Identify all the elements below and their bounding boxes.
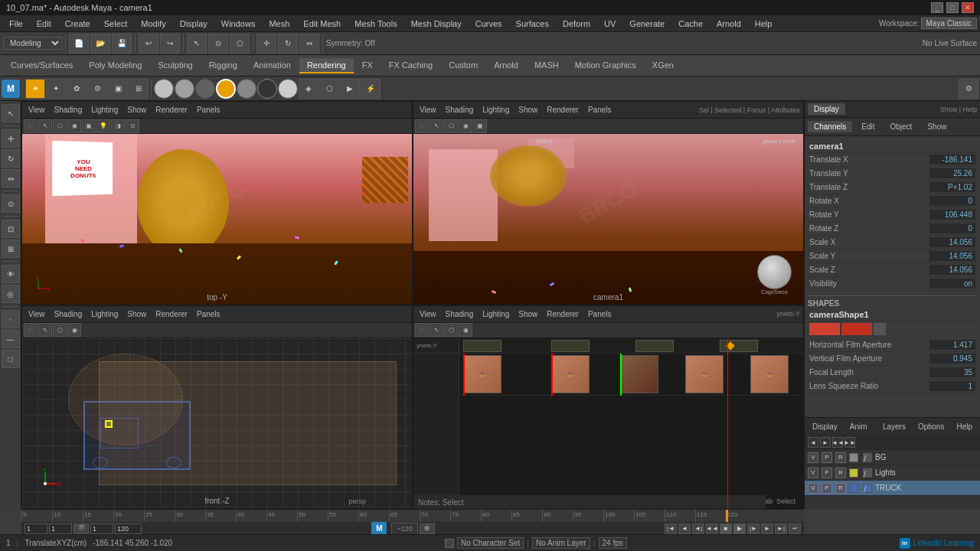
- vp-cam-renderer[interactable]: Renderer: [544, 106, 582, 114]
- translate-x-value[interactable]: -186.141: [929, 155, 975, 165]
- goto-start-btn[interactable]: |◄: [665, 523, 677, 534]
- layer-vis-truck[interactable]: V: [808, 483, 818, 494]
- material-icon[interactable]: ◈: [299, 79, 318, 99]
- tab-object[interactable]: Object: [884, 121, 919, 132]
- vp-side-renderer[interactable]: Renderer: [544, 310, 582, 318]
- tab-edit[interactable]: Edit: [855, 121, 880, 132]
- vp-cam-icon1[interactable]: 🎥: [415, 119, 429, 133]
- menu-edit[interactable]: Edit: [31, 18, 57, 30]
- vertex-btn[interactable]: ·: [2, 310, 20, 328]
- menu-help[interactable]: Help: [749, 18, 779, 30]
- timeline-bar[interactable]: 5 10 15 20 25 30 35 40 45 50 55 60 65 70…: [21, 509, 804, 534]
- vp-cam-shading[interactable]: Shading: [443, 106, 477, 114]
- shelf-tab-rigging[interactable]: Rigging: [201, 58, 245, 73]
- visibility-row[interactable]: Visibility on: [808, 277, 977, 291]
- vp-top-renderer[interactable]: Renderer: [152, 106, 191, 114]
- menu-cache[interactable]: Cache: [672, 18, 709, 30]
- shelf-tab-motion[interactable]: Motion Graphics: [567, 58, 644, 73]
- vert-film-row[interactable]: Vertical Film Aperture 0.945: [808, 352, 977, 366]
- tool5[interactable]: ⊞: [129, 79, 149, 99]
- sun-icon-btn[interactable]: ☀: [25, 79, 45, 99]
- shelf-tab-rendering[interactable]: Rendering: [299, 58, 354, 73]
- menu-mesh[interactable]: Mesh: [263, 18, 296, 30]
- viewport-front[interactable]: View Shading Lighting Show Renderer Pane…: [21, 305, 413, 510]
- focal-length-value[interactable]: 35: [929, 367, 975, 377]
- menu-uv[interactable]: UV: [598, 18, 622, 30]
- snap2-btn[interactable]: ⊞: [2, 240, 20, 258]
- shelf-tab-xgen[interactable]: XGen: [645, 58, 681, 73]
- goto-end-btn[interactable]: ►|: [775, 523, 787, 534]
- paint-tool-button[interactable]: ⬡: [230, 34, 250, 54]
- edge-btn[interactable]: —: [2, 330, 20, 348]
- new-scene-button[interactable]: 📄: [69, 34, 89, 54]
- rotate-z-value[interactable]: 0: [929, 223, 975, 233]
- menu-deform[interactable]: Deform: [557, 18, 596, 30]
- shelf-tab-fx-caching[interactable]: FX Caching: [381, 58, 440, 73]
- layer-options-btn[interactable]: Options: [913, 421, 949, 432]
- rotate-btn[interactable]: ↻: [2, 149, 20, 168]
- render-icon[interactable]: ▶: [340, 79, 360, 99]
- menu-arnold[interactable]: Arnold: [710, 18, 747, 30]
- layer-row-truck[interactable]: V P R / TRUCK: [805, 481, 980, 496]
- scale-x-row[interactable]: Scale X 14.056: [808, 236, 977, 249]
- vp-front-panels[interactable]: Panels: [194, 310, 224, 318]
- viewport-side[interactable]: View Shading Lighting Show Renderer Pane…: [413, 305, 804, 510]
- lasso-tool-button[interactable]: ⊙: [208, 34, 228, 54]
- vp-icon-wireframe[interactable]: ⬡: [53, 119, 67, 133]
- layer-row-bg[interactable]: V P R / BG: [805, 450, 980, 465]
- lens-squeeze-value[interactable]: 1: [929, 381, 975, 391]
- viewport-camera[interactable]: View Shading Lighting Show Renderer Pane…: [413, 101, 804, 305]
- isolate-btn[interactable]: ◎: [2, 285, 20, 303]
- translate-y-row[interactable]: Translate Y 25.26: [808, 167, 977, 181]
- layer-r-truck[interactable]: R: [835, 483, 846, 494]
- vp-cam-panels[interactable]: Panels: [585, 106, 615, 114]
- scale-z-row[interactable]: Scale Z 14.056: [808, 263, 977, 277]
- workspace-value[interactable]: Maya Classic: [921, 18, 977, 29]
- layer-p-bg[interactable]: P: [822, 452, 832, 463]
- minimize-button[interactable]: _: [931, 2, 943, 13]
- shelf-tab-curves[interactable]: Curves/Surfaces: [3, 58, 80, 73]
- shelf-tab-poly[interactable]: Poly Modeling: [81, 58, 149, 73]
- vp-top-view[interactable]: View: [25, 106, 48, 114]
- maximize-button[interactable]: □: [946, 2, 959, 13]
- shelf-tab-mash[interactable]: MASH: [527, 58, 567, 73]
- ipr-icon[interactable]: ⚡: [361, 79, 381, 99]
- horiz-film-value[interactable]: 1.417: [929, 340, 975, 350]
- layer-tab-display[interactable]: Display: [808, 421, 842, 432]
- vp-cam-show[interactable]: Show: [515, 106, 541, 114]
- mode-selector[interactable]: Modeling Rigging Animation FX Rendering: [3, 37, 62, 50]
- vp-side-panels[interactable]: Panels: [585, 310, 615, 318]
- next-frame-btn[interactable]: ►: [761, 523, 773, 534]
- vp-side-icon1[interactable]: 🎥: [415, 323, 429, 337]
- menu-windows[interactable]: Windows: [215, 18, 262, 30]
- layer-nav-up[interactable]: ◄: [808, 437, 818, 448]
- shelf-tab-sculpting[interactable]: Sculpting: [150, 58, 200, 73]
- translate-x-row[interactable]: Translate X -186.141: [808, 153, 977, 167]
- round-tool7[interactable]: [278, 79, 298, 99]
- shelf-tab-arnold[interactable]: Arnold: [486, 58, 526, 73]
- vp-front-renderer[interactable]: Renderer: [152, 310, 191, 318]
- vp-side-icon3[interactable]: ⬡: [444, 323, 458, 337]
- vp-top-shading[interactable]: Shading: [51, 106, 86, 114]
- layer-p-truck[interactable]: P: [822, 483, 832, 494]
- round-tool6[interactable]: [257, 79, 277, 99]
- next-key-btn[interactable]: |►: [747, 523, 760, 534]
- menu-curves[interactable]: Curves: [469, 18, 508, 30]
- layer-row-lights[interactable]: V P R / Lights: [805, 465, 980, 481]
- menu-generate[interactable]: Generate: [623, 18, 671, 30]
- layer-p-lights[interactable]: P: [822, 468, 832, 478]
- face-btn[interactable]: □: [2, 350, 20, 368]
- vp-front-lighting[interactable]: Lighting: [88, 310, 121, 318]
- anim-layer-selector[interactable]: No Anim Layer: [532, 537, 590, 549]
- play-fwd-btn[interactable]: ▶: [733, 523, 746, 534]
- rp-tab-display[interactable]: Display: [808, 103, 845, 115]
- rotate-x-row[interactable]: Rotate X 0: [808, 194, 977, 208]
- layer-nav-down[interactable]: ►: [820, 437, 831, 448]
- tool4[interactable]: ▣: [108, 79, 128, 99]
- tab-channels[interactable]: Channels: [808, 121, 852, 132]
- vp-icon-ao[interactable]: ⊙: [126, 119, 139, 133]
- tool2[interactable]: ✿: [67, 79, 87, 99]
- vp-cam-lighting[interactable]: Lighting: [479, 106, 512, 114]
- visibility-value[interactable]: on: [929, 279, 975, 289]
- menu-mesh-tools[interactable]: Mesh Tools: [348, 18, 403, 30]
